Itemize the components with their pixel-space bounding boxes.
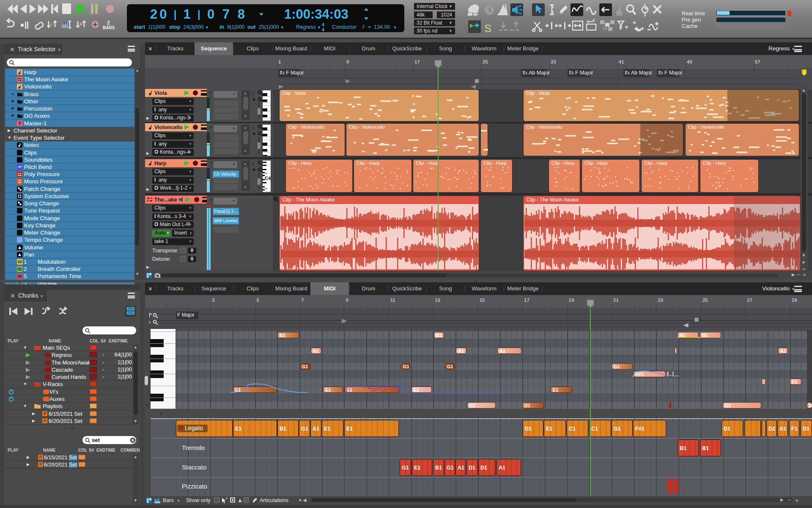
svg-text:Clip - Viola: Clip - Viola (526, 91, 550, 96)
svg-text:G1: G1 (402, 465, 409, 471)
svg-text:Clip - The Moon Awake: Clip - The Moon Awake (283, 197, 335, 203)
svg-text:E1: E1 (414, 465, 420, 471)
svg-text:B1: B1 (280, 333, 285, 338)
svg-text:Clip - Violoncello: Clip - Violoncello (288, 124, 324, 130)
svg-text:G1: G1 (403, 364, 409, 369)
svg-text:Clip - Harp: Clip - Harp (644, 160, 667, 166)
svg-text:E1: E1 (235, 426, 241, 432)
svg-text:D1: D1 (469, 403, 475, 408)
svg-text:A1: A1 (313, 426, 319, 432)
svg-text:G1: G1 (614, 426, 621, 432)
svg-text:G1: G1 (301, 426, 308, 432)
svg-text:B1: B1 (436, 333, 442, 338)
svg-text:Clip - Harp: Clip - Harp (357, 160, 380, 166)
svg-text:S: S (484, 22, 491, 35)
svg-text:D1: D1 (480, 465, 487, 471)
svg-text:A1: A1 (780, 348, 786, 353)
svg-text:G1: G1 (447, 465, 454, 471)
svg-text:G1: G1 (447, 364, 453, 369)
svg-text:D1: D1 (525, 426, 532, 432)
svg-text:B1: B1 (702, 445, 709, 451)
svg-text:Clip - Harp: Clip - Harp (416, 160, 439, 166)
svg-text:E1: E1 (553, 387, 558, 392)
svg-text:F#1: F#1 (635, 426, 645, 432)
svg-text:Clip - Harp: Clip - Harp (584, 160, 608, 166)
svg-text:A1: A1 (499, 348, 505, 353)
svg-text:D1: D1 (803, 426, 809, 432)
svg-text:Clip - Harp: Clip - Harp (483, 160, 507, 166)
svg-text:Clip - Violoncello: Clip - Violoncello (349, 124, 385, 130)
svg-text:E1: E1 (546, 426, 552, 432)
svg-text:B1: B1 (680, 445, 686, 451)
svg-text:D1: D1 (524, 403, 530, 408)
svg-text:C1: C1 (569, 426, 576, 432)
svg-text:Clip - Violoncello: Clip - Violoncello (526, 124, 562, 130)
svg-text:B1: B1 (280, 426, 286, 432)
svg-text:E1: E1 (324, 426, 330, 432)
svg-text:Clip - Harp: Clip - Harp (703, 160, 726, 166)
svg-text:B1: B1 (702, 333, 708, 338)
svg-text:A1: A1 (313, 348, 319, 353)
svg-text:D2: D2 (768, 426, 775, 432)
svg-text:A1: A1 (779, 426, 786, 432)
svg-text:G1: G1 (302, 364, 308, 369)
svg-text:Clip - Harp: Clip - Harp (288, 160, 312, 166)
svg-text:B1: B1 (435, 465, 442, 471)
svg-text:Clip - The Moon Awake: Clip - The Moon Awake (527, 197, 579, 203)
svg-text:D1: D1 (809, 403, 812, 408)
svg-text:D1: D1 (469, 465, 475, 471)
svg-text:F1: F1 (792, 379, 798, 384)
svg-text:D1: D1 (724, 426, 730, 432)
svg-text:G1: G1 (614, 364, 620, 369)
svg-text:A1: A1 (499, 465, 505, 471)
svg-text:C1: C1 (591, 426, 598, 432)
svg-text:Clip - Violoncello: Clip - Violoncello (688, 124, 724, 130)
svg-text:E1: E1 (346, 426, 353, 432)
svg-text:A1: A1 (458, 348, 464, 353)
svg-text:F1: F1 (791, 426, 798, 432)
svg-text:Clip - Viola: Clip - Viola (282, 91, 306, 96)
svg-text:E1: E1 (325, 387, 331, 392)
svg-text:D1: D1 (725, 403, 731, 408)
svg-text:Clip - Harp: Clip - Harp (551, 160, 575, 166)
svg-text:A1: A1 (458, 465, 464, 471)
